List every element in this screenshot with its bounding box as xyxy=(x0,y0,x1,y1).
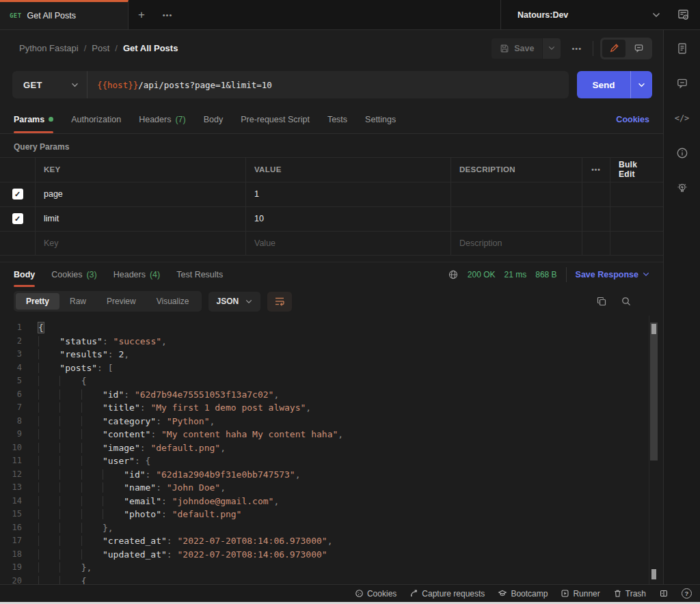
breadcrumb-separator: / xyxy=(84,43,87,53)
trash-button[interactable]: Trash xyxy=(613,589,646,599)
cookies-footer-button[interactable]: Cookies xyxy=(355,589,396,599)
wrap-lines-icon xyxy=(274,297,285,306)
tab-settings[interactable]: Settings xyxy=(365,106,396,133)
code-line: 5 { xyxy=(0,374,663,388)
save-button[interactable]: Save xyxy=(492,38,542,59)
query-params-table: KEY VALUE DESCRIPTION ••• Bulk Edit ✓ pa… xyxy=(0,157,663,256)
environment-quick-look-icon[interactable] xyxy=(675,8,690,23)
response-tab-headers[interactable]: Headers(4) xyxy=(113,262,161,288)
param-value-placeholder[interactable]: Value xyxy=(246,232,451,255)
view-visualize[interactable]: Visualize xyxy=(146,293,200,310)
view-preview[interactable]: Preview xyxy=(96,293,146,310)
comments-button[interactable] xyxy=(627,40,650,57)
view-raw[interactable]: Raw xyxy=(59,293,96,310)
new-tab-button[interactable]: + xyxy=(129,0,154,29)
tab-options-button[interactable]: ••• xyxy=(154,0,180,29)
url-input[interactable]: {{host}}/api/posts?page=1&limit=10 xyxy=(88,80,569,90)
response-tab-cookies[interactable]: Cookies(3) xyxy=(51,262,96,288)
chevron-down-icon xyxy=(643,272,649,277)
param-key[interactable]: limit xyxy=(36,207,246,231)
panel-toggle-button[interactable] xyxy=(659,589,669,598)
comments-sidebar-button[interactable] xyxy=(675,76,690,91)
param-value[interactable]: 1 xyxy=(246,182,451,206)
documentation-button[interactable] xyxy=(675,41,690,56)
copy-icon[interactable] xyxy=(596,296,607,307)
code-line: 13 "name": "John Doe", xyxy=(0,481,663,495)
response-tab-test-results[interactable]: Test Results xyxy=(176,262,223,288)
breadcrumb-collection[interactable]: Python Fastapi xyxy=(19,43,79,53)
param-description[interactable] xyxy=(451,182,582,206)
code-snippet-button[interactable]: </> xyxy=(675,111,690,126)
wrap-lines-button[interactable] xyxy=(267,292,292,312)
environment-selector[interactable]: Natours:Dev xyxy=(500,0,700,29)
param-key-placeholder[interactable]: Key xyxy=(36,232,246,255)
capture-icon xyxy=(409,589,418,598)
tab-pre-request-script[interactable]: Pre-request Script xyxy=(241,106,310,133)
response-body-editor[interactable]: 1{2 "status": "success",3 "results": 2,4… xyxy=(0,316,663,584)
save-options-button[interactable] xyxy=(543,38,561,59)
panel-icon xyxy=(659,589,669,598)
help-button[interactable]: ? xyxy=(682,588,692,599)
request-tab-method: GET xyxy=(10,12,21,19)
cookies-link[interactable]: Cookies xyxy=(616,115,649,124)
request-more-actions-button[interactable]: ••• xyxy=(567,44,586,53)
chevron-down-icon xyxy=(638,83,645,87)
search-icon[interactable] xyxy=(621,296,632,307)
request-tab-title: Get All Posts xyxy=(27,11,76,20)
param-checkbox[interactable]: ✓ xyxy=(12,213,23,224)
right-sidebar: </> xyxy=(663,30,700,584)
scrollbar-track[interactable] xyxy=(649,316,659,584)
response-code: 1{2 "status": "success",3 "results": 2,4… xyxy=(0,321,663,584)
response-size[interactable]: 868 B xyxy=(535,270,556,279)
lightbulb-icon xyxy=(676,182,688,194)
method-label: GET xyxy=(23,80,42,90)
comment-icon xyxy=(634,43,644,53)
request-tab[interactable]: GET Get All Posts xyxy=(0,0,129,29)
param-value[interactable]: 10 xyxy=(246,207,451,231)
tab-tests[interactable]: Tests xyxy=(327,106,347,133)
send-button[interactable]: Send xyxy=(577,71,630,98)
response-time[interactable]: 21 ms xyxy=(504,270,527,279)
tab-params[interactable]: Params xyxy=(14,106,53,133)
code-line: 10 "image": "default.png", xyxy=(0,441,663,455)
send-button-group: Send xyxy=(577,71,652,98)
param-description[interactable] xyxy=(451,207,582,231)
bulk-edit-button[interactable]: Bulk Edit xyxy=(610,158,663,182)
info-button[interactable] xyxy=(675,146,690,161)
tab-authorization[interactable]: Authorization xyxy=(71,106,121,133)
unsaved-params-dot xyxy=(49,117,53,122)
column-description: DESCRIPTION xyxy=(451,158,582,182)
save-button-group: Save xyxy=(492,38,561,59)
params-menu-button[interactable]: ••• xyxy=(582,158,610,182)
postbot-button[interactable] xyxy=(675,180,690,195)
graduation-cap-icon xyxy=(498,589,507,598)
tab-headers[interactable]: Headers (7) xyxy=(139,106,186,133)
tab-body[interactable]: Body xyxy=(204,106,224,133)
code-line: 14 "email": "johndoe@gmail.com", xyxy=(0,495,663,508)
edit-mode-button[interactable] xyxy=(602,40,625,57)
save-response-button[interactable]: Save Response xyxy=(576,270,649,279)
url-variable: {{host}} xyxy=(97,80,138,90)
response-view-bar: Pretty Raw Preview Visualize JSON xyxy=(0,287,663,316)
code-line: 19 }, xyxy=(0,561,663,575)
param-description-placeholder[interactable]: Description xyxy=(451,232,582,255)
bootcamp-button[interactable]: Bootcamp xyxy=(498,589,548,599)
format-dropdown[interactable]: JSON xyxy=(208,292,261,312)
send-options-button[interactable] xyxy=(630,71,652,98)
runner-button[interactable]: Runner xyxy=(561,589,600,599)
method-dropdown[interactable]: GET xyxy=(12,71,88,98)
scrollbar-thumb[interactable] xyxy=(650,322,658,461)
view-pretty[interactable]: Pretty xyxy=(16,293,59,310)
column-key: KEY xyxy=(36,158,246,182)
breadcrumb-folder[interactable]: Post xyxy=(92,43,109,53)
chevron-down-icon xyxy=(71,83,79,87)
code-line: 12 "id": "62d1a2904b9f31e0bb747573", xyxy=(0,468,663,482)
param-key[interactable]: page xyxy=(36,182,246,206)
query-params-title: Query Params xyxy=(0,134,663,157)
param-checkbox[interactable]: ✓ xyxy=(12,189,23,200)
comment-icon xyxy=(676,77,688,90)
postman-window: GET Get All Posts + ••• Natours:Dev Pyth… xyxy=(0,0,700,604)
response-tab-body[interactable]: Body xyxy=(14,262,35,288)
status-badge[interactable]: 200 OK xyxy=(468,270,496,279)
capture-requests-button[interactable]: Capture requests xyxy=(409,589,485,599)
